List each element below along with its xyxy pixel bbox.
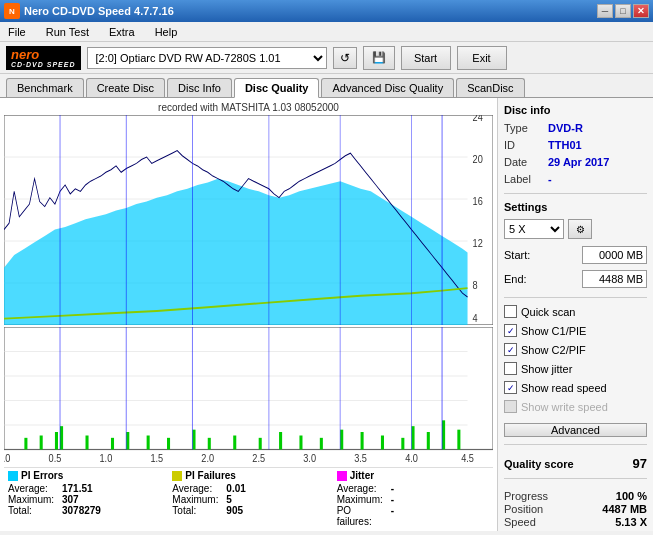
pi-failures-total-value: 905 — [226, 505, 243, 516]
svg-rect-54 — [167, 438, 170, 450]
pi-errors-total-value: 3078279 — [62, 505, 101, 516]
legend-pi-errors: PI Errors Average: 171.51 Maximum: 307 T… — [8, 470, 160, 527]
svg-rect-65 — [401, 438, 404, 450]
exit-button[interactable]: Exit — [457, 46, 507, 70]
show-c2-checkbox[interactable]: ✓ — [504, 343, 517, 356]
jitter-max-label: Maximum: — [337, 494, 387, 505]
tab-scan-disc[interactable]: ScanDisc — [456, 78, 524, 97]
show-c1-row[interactable]: ✓ Show C1/PIE — [504, 324, 647, 337]
pi-errors-color-box — [8, 471, 18, 481]
disc-type-label: Type — [504, 122, 544, 134]
pi-failures-title: PI Failures — [185, 470, 236, 481]
pi-failures-color-box — [172, 471, 182, 481]
disc-date-value: 29 Apr 2017 — [548, 156, 609, 168]
disc-label-label: Label — [504, 173, 544, 185]
svg-text:20: 20 — [473, 153, 483, 165]
save-button[interactable]: 💾 — [363, 46, 395, 70]
svg-rect-62 — [340, 430, 343, 450]
speed-row: Speed 5.13 X — [504, 516, 647, 528]
menu-extra[interactable]: Extra — [105, 24, 139, 40]
quick-scan-row[interactable]: Quick scan — [504, 305, 647, 318]
pi-errors-max-label: Maximum: — [8, 494, 58, 505]
minimize-button[interactable]: ─ — [597, 4, 613, 18]
svg-text:4.0: 4.0 — [405, 453, 418, 465]
start-mb-input[interactable] — [582, 246, 647, 264]
svg-rect-51 — [111, 438, 114, 450]
svg-text:4.5: 4.5 — [461, 453, 474, 465]
top-chart: 500 400 300 200 100 0 24 20 16 12 8 4 — [4, 115, 493, 325]
svg-text:4: 4 — [473, 313, 478, 325]
speed-select[interactable]: 5 X 1 X 2 X 4 X 8 X Max — [504, 219, 564, 239]
pi-errors-avg-value: 171.51 — [62, 483, 93, 494]
tab-advanced-disc-quality[interactable]: Advanced Disc Quality — [321, 78, 454, 97]
show-write-speed-checkbox — [504, 400, 517, 413]
menu-file[interactable]: File — [4, 24, 30, 40]
show-c1-checkbox[interactable]: ✓ — [504, 324, 517, 337]
svg-rect-52 — [126, 432, 129, 450]
show-write-speed-row: Show write speed — [504, 400, 647, 413]
svg-rect-59 — [279, 432, 282, 450]
position-row: Position 4487 MB — [504, 503, 647, 515]
start-button[interactable]: Start — [401, 46, 451, 70]
jitter-po-label: PO failures: — [337, 505, 387, 527]
jitter-max-value: - — [391, 494, 394, 505]
show-c2-label: Show C2/PIF — [521, 344, 586, 356]
maximize-button[interactable]: □ — [615, 4, 631, 18]
end-mb-label: End: — [504, 273, 527, 285]
divider-2 — [504, 297, 647, 298]
show-jitter-checkbox[interactable] — [504, 362, 517, 375]
svg-rect-57 — [233, 436, 236, 450]
menu-run-test[interactable]: Run Test — [42, 24, 93, 40]
show-c2-row[interactable]: ✓ Show C2/PIF — [504, 343, 647, 356]
svg-rect-53 — [147, 436, 150, 450]
title-bar: N Nero CD-DVD Speed 4.7.7.16 ─ □ ✕ — [0, 0, 653, 22]
tab-create-disc[interactable]: Create Disc — [86, 78, 165, 97]
quality-label: Quality score — [504, 458, 574, 470]
svg-rect-49 — [60, 426, 63, 449]
svg-rect-58 — [259, 438, 262, 450]
advanced-button[interactable]: Advanced — [504, 423, 647, 437]
show-jitter-row[interactable]: Show jitter — [504, 362, 647, 375]
tab-benchmark[interactable]: Benchmark — [6, 78, 84, 97]
svg-text:2.5: 2.5 — [252, 453, 265, 465]
pi-failures-max-label: Maximum: — [172, 494, 222, 505]
svg-text:1.5: 1.5 — [150, 453, 163, 465]
show-jitter-label: Show jitter — [521, 363, 572, 375]
speed-label: Speed — [504, 516, 536, 528]
close-button[interactable]: ✕ — [633, 4, 649, 18]
quick-scan-checkbox[interactable] — [504, 305, 517, 318]
show-read-speed-row[interactable]: ✓ Show read speed — [504, 381, 647, 394]
disc-id-row: ID TTH01 — [504, 139, 647, 151]
chart-subtitle: recorded with MATSHITA 1.03 08052000 — [4, 102, 493, 113]
drive-select[interactable]: [2:0] Optiarc DVD RW AD-7280S 1.01 — [87, 47, 327, 69]
show-read-speed-checkbox[interactable]: ✓ — [504, 381, 517, 394]
pi-failures-max-value: 5 — [226, 494, 232, 505]
svg-text:0.0: 0.0 — [4, 453, 11, 465]
end-mb-row: End: — [504, 270, 647, 288]
legend-jitter: Jitter Average: - Maximum: - PO failures… — [337, 470, 489, 527]
svg-rect-66 — [412, 426, 415, 449]
disc-type-value: DVD-R — [548, 122, 583, 134]
svg-text:0.5: 0.5 — [49, 453, 62, 465]
disc-date-row: Date 29 Apr 2017 — [504, 156, 647, 168]
svg-rect-47 — [40, 436, 43, 450]
end-mb-input[interactable] — [582, 270, 647, 288]
svg-rect-50 — [86, 436, 89, 450]
progress-value: 100 % — [616, 490, 647, 502]
svg-text:3.0: 3.0 — [303, 453, 316, 465]
disc-label-row: Label - — [504, 173, 647, 185]
menu-help[interactable]: Help — [151, 24, 182, 40]
quick-scan-label: Quick scan — [521, 306, 575, 318]
pi-errors-total-label: Total: — [8, 505, 58, 516]
svg-text:3.5: 3.5 — [354, 453, 367, 465]
svg-rect-55 — [192, 430, 195, 450]
tab-disc-quality[interactable]: Disc Quality — [234, 78, 320, 98]
svg-rect-60 — [299, 436, 302, 450]
toolbar: nero CD·DVD SPEED [2:0] Optiarc DVD RW A… — [0, 42, 653, 74]
pi-failures-avg-label: Average: — [172, 483, 222, 494]
tab-disc-info[interactable]: Disc Info — [167, 78, 232, 97]
svg-rect-61 — [320, 438, 323, 450]
main-content: recorded with MATSHITA 1.03 08052000 500… — [0, 98, 653, 531]
settings-refresh-button[interactable]: ⚙ — [568, 219, 592, 239]
refresh-button[interactable]: ↺ — [333, 47, 357, 69]
